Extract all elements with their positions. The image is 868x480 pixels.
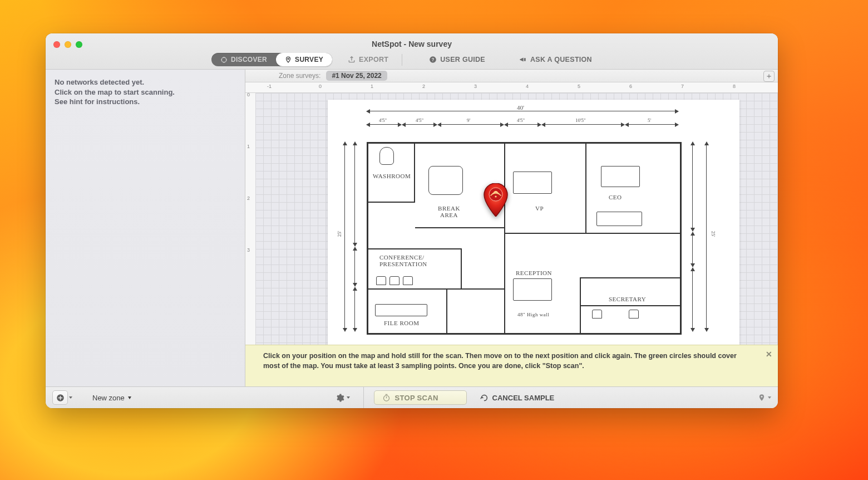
zoom-window-button[interactable]: [76, 41, 82, 48]
mode-segmented-control: DISCOVER SURVEY: [211, 53, 332, 66]
dim-arrow: [692, 142, 693, 231]
dim-sub: 5': [648, 117, 651, 123]
ruler-tick: 1: [247, 144, 250, 149]
dim-sub: 4'5": [416, 117, 423, 123]
zone-surveys-label: Zone surveys:: [279, 72, 320, 80]
dim-sub: 4'5": [517, 117, 525, 123]
hint-close-button[interactable]: ✕: [766, 349, 772, 360]
close-window-button[interactable]: [53, 41, 60, 48]
dim-arrow: [367, 124, 401, 125]
hint-text: Click on your position on the map and ho…: [263, 352, 737, 370]
svg-point-8: [761, 396, 762, 398]
ruler-tick: 3: [247, 247, 250, 253]
zone-survey-bar: Zone surveys: #1 Nov 25, 2022 ＋: [245, 70, 778, 82]
undo-icon: [480, 394, 489, 402]
pin-small-icon: [758, 393, 766, 402]
dim-sub: 10'5": [575, 117, 586, 123]
room-vp: VP: [535, 205, 544, 212]
content-area: No networks detected yet. Click on the m…: [46, 70, 778, 386]
stop-scan-label: STOP SCAN: [395, 394, 438, 402]
svg-point-5: [495, 195, 496, 197]
ruler-tick: 4: [526, 84, 529, 89]
dim-left: 25': [337, 231, 342, 237]
ask-question-button[interactable]: ASK A QUESTION: [519, 56, 592, 63]
cancel-sample-label: CANCEL SAMPLE: [492, 394, 555, 402]
stop-scan-button[interactable]: STOP SCAN: [374, 390, 467, 405]
cancel-sample-button[interactable]: CANCEL SAMPLE: [480, 394, 555, 402]
ruler-tick: 5: [578, 84, 580, 89]
sidebar: No networks detected yet. Click on the m…: [46, 70, 245, 386]
footer: New zone STOP SCAN CANCEL SAMPLE: [46, 386, 778, 408]
room-conference: CONFERENCE/ PRESENTATION: [379, 254, 452, 267]
ruler-tick: 2: [422, 84, 425, 89]
survey-tab[interactable]: SURVEY: [276, 53, 332, 66]
pin-mode-dropdown[interactable]: [758, 393, 771, 402]
ruler-tick: -1: [267, 84, 272, 89]
room-ceo: CEO: [609, 194, 622, 200]
ruler-tick: 8: [733, 84, 736, 89]
survey-location-pin[interactable]: [484, 183, 508, 217]
survey-label: SURVEY: [295, 56, 323, 63]
dim-top: 40': [517, 104, 524, 111]
ask-question-label: ASK A QUESTION: [530, 56, 592, 63]
floorplan-image: 40' 4'5" 4'5" 9' 4'5" 10'5" 5': [328, 100, 739, 351]
discover-tab[interactable]: DISCOVER: [211, 53, 276, 66]
ruler-vertical: 0 1 2 3: [245, 93, 256, 386]
ruler-tick: 3: [474, 84, 477, 89]
target-icon: [220, 56, 228, 63]
window-title: NetSpot - New survey: [46, 40, 778, 48]
discover-label: DISCOVER: [231, 56, 267, 63]
add-zone-survey-button[interactable]: ＋: [763, 71, 775, 82]
dim-arrow: [692, 232, 693, 267]
hint-banner: Click on your position on the map and ho…: [245, 345, 778, 386]
reception-note: 48" High wall: [517, 312, 549, 317]
minimize-window-button[interactable]: [65, 41, 71, 48]
dim-arrow: [402, 124, 437, 125]
ruler-tick: 0: [247, 93, 250, 97]
user-guide-label: USER GUIDE: [440, 56, 485, 63]
new-zone-label: New zone: [92, 394, 125, 402]
floorplan-outline: WASHROOM BREAK AREA CONFERENCE/ PRESENTA…: [367, 142, 682, 335]
add-button[interactable]: [52, 390, 68, 405]
dim-arrow: [344, 142, 345, 331]
new-zone-dropdown[interactable]: New zone: [92, 394, 131, 402]
dim-arrow: [438, 124, 504, 125]
stopwatch-icon: [382, 394, 391, 402]
ruler-horizontal: -1 0 1 2 3 4 5 6 7 8 9: [245, 82, 778, 93]
ruler-tick: 0: [319, 84, 322, 89]
titlebar: NetSpot - New survey DISCOVER SURVEY EXP…: [46, 33, 778, 70]
dim-arrow: [354, 287, 355, 331]
ruler-tick: 1: [371, 84, 373, 89]
sidebar-hint-line3: See hint for instructions.: [55, 97, 236, 107]
svg-point-4: [489, 188, 502, 201]
main-pane: Zone surveys: #1 Nov 25, 2022 ＋ -1 0 1 2…: [245, 70, 778, 386]
window-controls: [53, 41, 82, 48]
footer-divider: [363, 387, 364, 408]
zone-survey-current[interactable]: #1 Nov 25, 2022: [326, 71, 387, 81]
settings-dropdown[interactable]: [335, 393, 350, 403]
app-window: NetSpot - New survey DISCOVER SURVEY EXP…: [46, 33, 778, 408]
dim-right: 25': [711, 231, 716, 237]
export-button[interactable]: EXPORT: [348, 56, 388, 63]
room-secretary: SECRETARY: [609, 296, 646, 302]
canvas-wrap: 0 1 2 3 40' 4'5" 4'5": [245, 93, 778, 386]
ruler-tick: 2: [247, 195, 250, 201]
gear-icon: [335, 393, 344, 403]
survey-canvas[interactable]: 40' 4'5" 4'5" 9' 4'5" 10'5" 5': [255, 93, 778, 386]
dim-arrow: [692, 268, 693, 331]
svg-text:?: ?: [432, 57, 435, 62]
toolbar-divider: [402, 54, 402, 66]
help-icon: ?: [429, 56, 437, 63]
ruler-tick: 6: [629, 84, 632, 89]
sidebar-hint-line1: No networks detected yet.: [55, 77, 236, 87]
svg-point-0: [221, 57, 226, 62]
export-icon: [348, 56, 356, 63]
room-reception: RECEPTION: [516, 270, 552, 276]
sidebar-hint-line2: Click on the map to start scanning.: [55, 87, 236, 97]
user-guide-button[interactable]: ? USER GUIDE: [429, 56, 485, 63]
room-break: BREAK AREA: [430, 205, 468, 218]
dim-arrow: [354, 247, 355, 286]
toolbar: DISCOVER SURVEY EXPORT ? USER GUIDE ASK …: [46, 52, 778, 67]
dim-arrow: [706, 142, 707, 331]
dim-arrow: [354, 142, 355, 246]
